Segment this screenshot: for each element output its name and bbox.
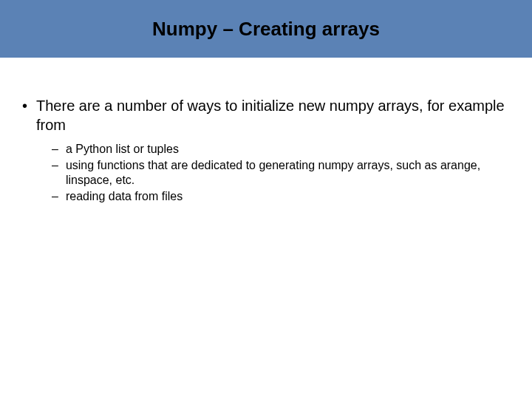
sub-bullet: – using functions that are dedicated to …	[52, 158, 510, 188]
bullet-dash-icon: –	[52, 142, 58, 157]
sub-bullet: – reading data from files	[52, 189, 510, 204]
sub-bullet: – a Python list or tuples	[52, 142, 510, 157]
sub-bullet-text: reading data from files	[66, 189, 183, 204]
slide-title: Numpy – Creating arrays	[152, 18, 380, 41]
bullet-dash-icon: –	[52, 189, 58, 204]
bullet-dash-icon: –	[52, 158, 58, 173]
slide-body: • There are a number of ways to initiali…	[0, 58, 532, 204]
sub-bullet-list: – a Python list or tuples – using functi…	[52, 142, 510, 204]
sub-bullet-text: a Python list or tuples	[66, 142, 179, 157]
main-bullet: • There are a number of ways to initiali…	[22, 96, 510, 134]
main-bullet-text: There are a number of ways to initialize…	[36, 96, 510, 134]
slide-header: Numpy – Creating arrays	[0, 0, 532, 58]
bullet-dot-icon: •	[22, 96, 27, 115]
sub-bullet-text: using functions that are dedicated to ge…	[66, 158, 510, 188]
